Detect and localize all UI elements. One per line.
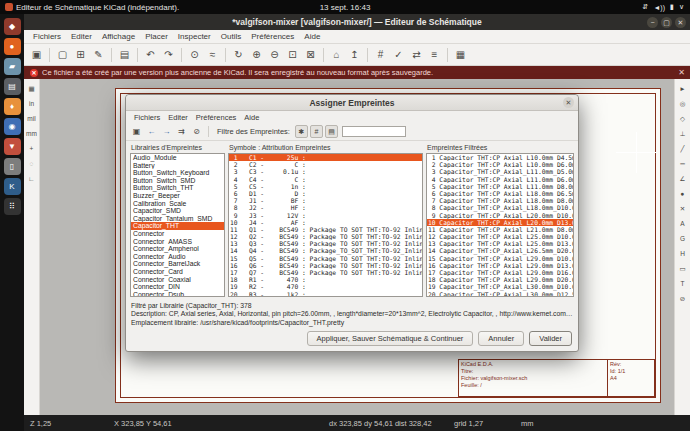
- dock-app-4[interactable]: ▤: [4, 78, 21, 95]
- select-tool-icon[interactable]: ►: [676, 82, 689, 95]
- library-item[interactable]: Button_Switch_THT: [131, 184, 224, 192]
- footprint-filter-input[interactable]: [342, 126, 406, 137]
- zoom-out-icon[interactable]: ⊖: [266, 46, 283, 63]
- clock[interactable]: 13 sept. 16:43: [320, 3, 371, 12]
- symbol-row[interactable]: 20 R3 - 1k2 :: [229, 291, 422, 297]
- library-item[interactable]: Connector_Dsub: [131, 291, 224, 297]
- separator[interactable]: [323, 48, 324, 62]
- menu-item[interactable]: Inspecter: [173, 32, 216, 41]
- menu-item[interactable]: Aide: [299, 32, 325, 41]
- footprint-row[interactable]: 12 Capacitor_THT:CP_Axial_L25.0mm_D10.0m…: [427, 233, 573, 240]
- libraries-list[interactable]: Audio_ModuleBatteryButton_Switch_Keyboar…: [130, 153, 225, 297]
- assign-footprints-icon[interactable]: ⇄: [408, 46, 425, 63]
- library-item[interactable]: Buzzer_Beeper: [131, 192, 224, 200]
- dock-show-apps[interactable]: ⠿: [4, 198, 21, 215]
- add-junction-icon[interactable]: ●: [676, 187, 689, 200]
- dock-app-5[interactable]: ♦: [4, 98, 21, 115]
- plot-icon[interactable]: ✎: [90, 46, 107, 63]
- erc-icon[interactable]: ✓: [390, 46, 407, 63]
- dialog-menu-item[interactable]: Aide: [240, 113, 263, 122]
- dialog-titlebar[interactable]: Assigner Empreintes ✕: [126, 95, 578, 111]
- symbol-row[interactable]: 13 Q3 - BC549 : Package_TO_SOT_THT:TO-92…: [229, 240, 422, 247]
- footprint-row[interactable]: 16 Capacitor_THT:CP_Axial_L29.0mm_D13.0m…: [427, 262, 573, 269]
- hv-wires-icon[interactable]: ∟: [25, 172, 38, 185]
- apply-save-continue-button[interactable]: Appliquer, Sauver Schématique & Continue…: [307, 331, 474, 346]
- library-item[interactable]: Connector: [131, 230, 224, 238]
- dock-trash[interactable]: ▯: [4, 158, 21, 175]
- footprint-row[interactable]: 4 Capacitor_THT:CP_Axial_L11.0mm_D6.0mm: [427, 176, 573, 183]
- footprint-row[interactable]: 5 Capacitor_THT:CP_Axial_L11.0mm_D8.0mm: [427, 183, 573, 190]
- library-item[interactable]: Capacitor_Tantalum_SMD: [131, 215, 224, 223]
- library-item[interactable]: Connector_DIN: [131, 283, 224, 291]
- separator[interactable]: [137, 48, 138, 62]
- symbol-row[interactable]: 19 R2 - 470 :: [229, 283, 422, 290]
- symbol-row[interactable]: 9 J3 - 12V :: [229, 212, 422, 219]
- symbol-row[interactable]: 10 J4 - AF :: [229, 219, 422, 226]
- find-replace-icon[interactable]: ≈: [204, 46, 221, 63]
- symbol-row[interactable]: 17 Q7 - BC549 : Package_TO_SOT_THT:TO-92…: [229, 269, 422, 276]
- hidden-pins-icon[interactable]: ◌: [25, 157, 38, 170]
- library-item[interactable]: Connector_Audio: [131, 253, 224, 261]
- footprint-row[interactable]: 19 Capacitor_THT:CP_Axial_L30.0mm_D10.0m…: [427, 283, 573, 290]
- redo-icon[interactable]: ↷: [160, 46, 177, 63]
- find-icon[interactable]: ⊙: [186, 46, 203, 63]
- add-sheet-icon[interactable]: ▭: [676, 262, 689, 275]
- grid-toggle-icon[interactable]: ▦: [25, 82, 38, 95]
- apply-save-icon[interactable]: ▣: [130, 125, 143, 138]
- library-item[interactable]: Audio_Module: [131, 154, 224, 162]
- dialog-menu-item[interactable]: Préférences: [192, 113, 240, 122]
- close-button[interactable]: ✕: [675, 17, 686, 28]
- library-item[interactable]: Button_Switch_SMD: [131, 177, 224, 185]
- separator[interactable]: [49, 48, 50, 62]
- page-settings-icon[interactable]: ▢: [54, 46, 71, 63]
- zoom-in-icon[interactable]: ⊕: [248, 46, 265, 63]
- separator[interactable]: [225, 48, 226, 62]
- library-item[interactable]: Battery: [131, 162, 224, 170]
- delete-association-icon[interactable]: ⊘: [190, 125, 203, 138]
- dock-app-6[interactable]: ◉: [4, 118, 21, 135]
- footprints-list[interactable]: 1 Capacitor_THT:CP_Axial_L10.0mm_D4.5mm …: [426, 153, 574, 297]
- footprint-row[interactable]: 8 Capacitor_THT:CP_Axial_L18.0mm_D10.0mm: [427, 204, 573, 211]
- footprint-row[interactable]: 18 Capacitor_THT:CP_Axial_L29.0mm_D20.0m…: [427, 276, 573, 283]
- annotate-icon[interactable]: #: [372, 46, 389, 63]
- topbar-app-menu[interactable]: Editeur de Schématique KiCad (indépendan…: [5, 3, 179, 12]
- add-text-icon[interactable]: T: [676, 277, 689, 290]
- dock-app-7[interactable]: ▼: [4, 138, 21, 155]
- menu-item[interactable]: Affichage: [97, 32, 140, 41]
- separator[interactable]: [111, 48, 112, 62]
- next-unassigned-icon[interactable]: →: [160, 125, 173, 138]
- save-icon[interactable]: ▣: [28, 46, 45, 63]
- infobar-close-icon[interactable]: ✕: [678, 68, 685, 77]
- units-mils-icon[interactable]: mil: [25, 112, 38, 125]
- refresh-icon[interactable]: ↻: [230, 46, 247, 63]
- wire-entry-icon[interactable]: ∠: [676, 172, 689, 185]
- dock-firefox[interactable]: ●: [4, 38, 21, 55]
- library-item[interactable]: Capacitor_THT: [131, 222, 224, 230]
- add-wire-icon[interactable]: ╱: [676, 142, 689, 155]
- paste-icon[interactable]: ▤: [116, 46, 133, 63]
- footprint-row[interactable]: 7 Capacitor_THT:CP_Axial_L18.0mm_D8.0mm: [427, 197, 573, 204]
- auto-associate-icon[interactable]: ⇉: [175, 125, 188, 138]
- library-item[interactable]: Button_Switch_Keyboard: [131, 169, 224, 177]
- dialog-menu-item[interactable]: Editer: [164, 113, 192, 122]
- units-inches-icon[interactable]: in: [25, 97, 38, 110]
- delete-tool-icon[interactable]: ⊘: [676, 292, 689, 305]
- filter-by-keyword-icon[interactable]: ✱: [295, 125, 308, 138]
- ok-button[interactable]: Valider: [529, 331, 572, 346]
- menu-item[interactable]: Placer: [140, 32, 173, 41]
- add-power-icon[interactable]: ⊥: [676, 127, 689, 140]
- footprint-row[interactable]: 17 Capacitor_THT:CP_Axial_L29.0mm_D16.0m…: [427, 269, 573, 276]
- library-item[interactable]: Calibration_Scale: [131, 200, 224, 208]
- open-pcb-editor-icon[interactable]: ▦: [452, 46, 469, 63]
- symbol-row[interactable]: 18 R1 - 470 :: [229, 276, 422, 283]
- units-mm-icon[interactable]: mm: [25, 127, 38, 140]
- dialog-close-button[interactable]: ✕: [563, 97, 574, 108]
- add-symbol-icon[interactable]: ◇: [676, 112, 689, 125]
- symbol-row[interactable]: 14 Q4 - BC549 : Package_TO_SOT_THT:TO-92…: [229, 247, 422, 254]
- symbol-row[interactable]: 2 C2 - C :: [229, 161, 422, 168]
- library-item[interactable]: Connector_Amphenol: [131, 245, 224, 253]
- add-hierarchical-label-icon[interactable]: H: [676, 247, 689, 260]
- previous-unassigned-icon[interactable]: ←: [145, 125, 158, 138]
- filter-by-library-icon[interactable]: ▤: [325, 125, 338, 138]
- symbol-row[interactable]: 7 J1 - BF :: [229, 197, 422, 204]
